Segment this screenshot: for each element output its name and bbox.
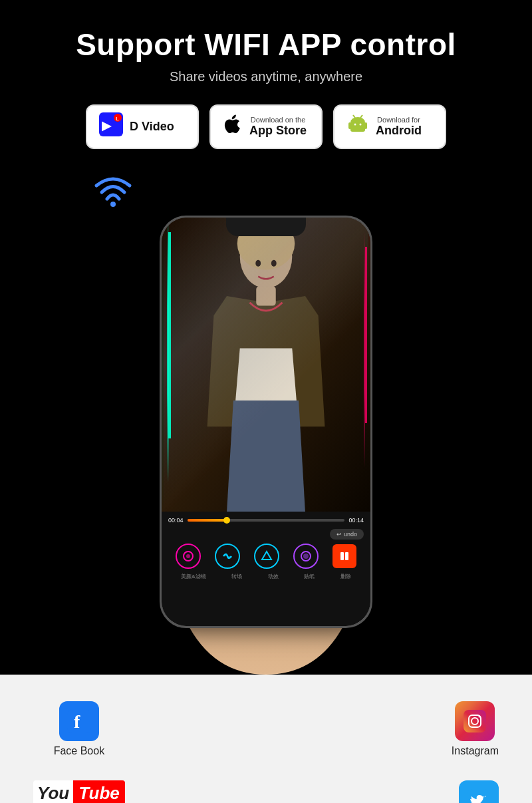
facebook-label: Face Book [54, 745, 104, 757]
svg-rect-5 [350, 122, 365, 132]
video-controls: 00:04 00:14 ↩ undo [162, 512, 370, 626]
svg-marker-21 [262, 552, 271, 560]
filter-btn-2[interactable] [215, 544, 240, 569]
page-container: Support WIFI APP control Share videos an… [0, 0, 532, 803]
wifi-area [13, 169, 519, 209]
android-text: Download for Android [376, 116, 422, 138]
svg-rect-13 [162, 218, 370, 512]
appstore-text: Download on the App Store [249, 116, 307, 138]
facebook-icon[interactable]: f [59, 701, 99, 741]
svg-rect-16 [256, 286, 275, 305]
svg-point-17 [255, 260, 261, 267]
svg-point-11 [360, 124, 362, 126]
phone-frame: 00:04 00:14 ↩ undo [160, 216, 372, 628]
instagram-label: Instagram [452, 745, 499, 757]
svg-rect-32 [464, 710, 486, 732]
youtube-entry: YouTube YouTube [33, 780, 125, 803]
social-section: f Face Book YouTube YouTube [0, 675, 532, 803]
svg-point-10 [354, 124, 356, 126]
apple-icon [223, 114, 243, 139]
youtube-you: You [33, 780, 73, 803]
dvideo-label: D Video [130, 120, 174, 134]
dvideo-button[interactable]: ▶ L D Video [86, 104, 199, 149]
top-section: Support WIFI APP control Share videos an… [0, 0, 532, 209]
page-title: Support WIFI APP control [13, 27, 519, 63]
page-subtitle: Share videos anytime, anywhere [13, 69, 519, 84]
svg-text:L: L [116, 116, 119, 122]
appstore-button[interactable]: Download on the App Store [209, 104, 323, 149]
svg-rect-24 [340, 552, 344, 560]
svg-text:▶: ▶ [102, 119, 112, 132]
progress-fill [188, 519, 227, 522]
svg-rect-6 [348, 122, 351, 129]
instagram-icon[interactable] [455, 701, 495, 741]
left-socials: f Face Book YouTube YouTube [33, 688, 125, 803]
wifi-icon [93, 169, 133, 209]
youtube-icon[interactable]: YouTube [33, 780, 125, 803]
android-icon [346, 113, 369, 140]
phone-screen: 00:04 00:14 ↩ undo [162, 218, 370, 626]
svg-rect-25 [345, 552, 348, 560]
svg-line-8 [353, 115, 355, 118]
svg-point-35 [479, 716, 481, 718]
twitter-entry: Twitter [459, 780, 499, 803]
svg-line-9 [360, 115, 362, 118]
glitch-pink [365, 247, 367, 423]
twitter-icon[interactable] [459, 780, 499, 803]
person-svg [162, 218, 370, 512]
filter-btn-3[interactable] [254, 544, 279, 569]
dvideo-icon: ▶ L [99, 112, 123, 141]
svg-point-23 [303, 554, 309, 559]
svg-rect-7 [364, 122, 367, 129]
svg-point-20 [186, 554, 190, 558]
android-button[interactable]: Download for Android [333, 104, 446, 149]
progress-bar-row: 00:04 00:14 [168, 517, 364, 524]
youtube-tube: Tube [73, 780, 125, 803]
right-socials: Instagram Twitter [452, 688, 499, 803]
phone-notch [226, 218, 306, 236]
fashion-photo [162, 218, 370, 512]
time-end: 00:14 [348, 517, 364, 524]
filter-btn-1[interactable] [176, 544, 201, 569]
filter-btn-5[interactable] [332, 544, 356, 568]
phone-section: 00:04 00:14 ↩ undo [0, 209, 532, 675]
app-buttons-row: ▶ L D Video Download on the App Store [13, 104, 519, 149]
instagram-entry: Instagram [452, 701, 499, 757]
progress-thumb [223, 517, 230, 524]
filter-btn-4[interactable] [293, 544, 319, 569]
progress-track[interactable] [188, 519, 345, 522]
svg-point-12 [110, 202, 116, 207]
facebook-entry: f Face Book [33, 701, 125, 757]
svg-point-18 [271, 260, 277, 267]
time-start: 00:04 [168, 517, 184, 524]
phone-float: 00:04 00:14 ↩ undo [0, 209, 532, 628]
svg-text:f: f [74, 711, 80, 732]
control-buttons [168, 544, 364, 569]
